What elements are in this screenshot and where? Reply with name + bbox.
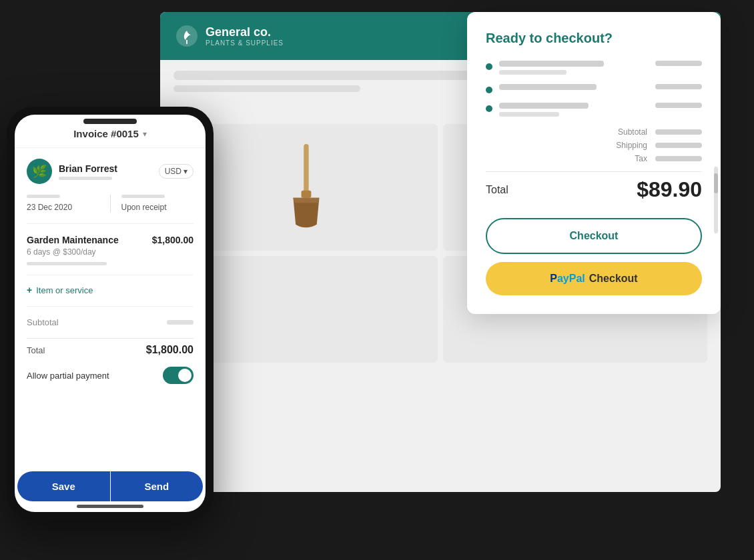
invoice-totals: Subtotal [27,317,194,327]
receipt-value: Upon receipt [121,203,167,212]
invoice-body: 🌿 Brian Forrest USD ▾ 23 Dec 2020 [15,148,206,471]
toggle-knob [178,369,192,382]
checkout-modal: Ready to checkout? [467,12,721,314]
price-line-1 [655,61,702,66]
subtotal-label: Subtotal [618,127,647,137]
desktop-subline [173,85,360,92]
line-item-price: $1,800.00 [152,235,194,245]
company-info: General co. PLANTS & SUPPLIES [206,25,284,47]
client-row: 🌿 Brian Forrest USD ▾ [27,159,194,184]
invoice-total-amount: $1,800.00 [146,344,194,356]
item-dot-1 [486,63,492,70]
send-button[interactable]: Send [111,471,204,501]
item-price-2 [655,84,702,89]
company-name: General co. [206,25,284,39]
logo-icon [176,25,198,47]
price-line-3 [655,103,702,108]
checkout-subtotals: Subtotal Shipping Tax [486,127,702,163]
item-line-main-2 [499,84,597,90]
item-price-3 [655,103,702,108]
line-item-name: Garden Maintenance [27,235,119,245]
subtotal-row-mobile: Subtotal [27,317,194,327]
item-line-sub-3 [499,112,559,117]
tax-label: Tax [635,154,647,163]
item-lines-3 [499,103,649,117]
item-line-sub-1 [499,70,567,75]
item-line-main-3 [499,103,589,109]
shipping-value [655,143,702,148]
shipping-label: Shipping [616,141,647,150]
subtotal-value [655,129,702,135]
line-item-bar [27,262,107,265]
subtotal-bar-mobile [167,320,194,325]
invoice-number: Invoice #0015 [73,128,139,139]
date-bar [27,195,60,198]
tax-value [655,156,702,161]
date-row: 23 Dec 2020 Upon receipt [27,195,194,224]
item-price-1 [655,61,702,66]
checkout-total-label: Total [486,184,508,196]
invoice-total-row: Total $1,800.00 [27,338,194,356]
checkout-item-1 [486,61,702,75]
date-value: 23 Dec 2020 [27,203,72,212]
currency-chevron-icon: ▾ [183,167,187,176]
client-bar [59,177,112,180]
price-line-2 [655,84,702,89]
svg-rect-1 [304,144,308,193]
date-col: 23 Dec 2020 [27,195,99,213]
item-lines-1 [499,61,649,75]
item-dot-3 [486,105,492,112]
tax-row: Tax [635,154,702,163]
add-item-row[interactable]: + Item or service [27,285,194,307]
receipt-col: Upon receipt [121,195,194,213]
shipping-row: Shipping [616,141,702,150]
item-dot-2 [486,87,492,93]
paypal-logo: PayPal [550,273,585,285]
scrollbar-thumb [714,173,718,193]
item-line-main-1 [499,61,604,67]
invoice-total-label: Total [27,345,45,355]
modal-scrollbar[interactable] [714,167,718,233]
checkout-item-2 [486,84,702,93]
checkout-total-row: Total $89.90 [486,171,702,202]
invoice-chevron-icon: ▾ [143,129,147,139]
paypal-checkout-text: Checkout [589,273,638,285]
partial-payment-row: Allow partial payment [27,367,194,384]
currency-selector[interactable]: USD ▾ [159,164,194,179]
company-tagline: PLANTS & SUPPLIES [206,39,284,47]
desktop-search-bar [173,71,494,80]
partial-payment-toggle[interactable] [163,367,194,384]
checkout-button[interactable]: Checkout [486,218,702,254]
checkout-item-3 [486,103,702,117]
item-lines-2 [499,84,649,93]
svg-rect-2 [302,191,312,198]
mobile-phone: Invoice #0015 ▾ 🌿 Brian Forrest USD ▾ [7,107,214,520]
shovel-icon [279,144,332,231]
line-item-top: Garden Maintenance $1,800.00 [27,235,194,245]
phone-home-indicator [77,505,143,508]
line-item-1: Garden Maintenance $1,800.00 6 days @ $3… [27,235,194,275]
subtotal-label-mobile: Subtotal [27,317,59,327]
add-item-icon: + [27,285,32,295]
client-name: Brian Forrest [59,163,117,174]
subtotal-row: Subtotal [618,127,702,137]
save-button[interactable]: Save [17,471,110,501]
phone-notch [83,119,137,124]
add-item-label: Item or service [36,285,93,295]
line-item-desc: 6 days @ $300/day [27,247,194,257]
date-divider [110,195,111,213]
paypal-button[interactable]: PayPal Checkout [486,262,702,295]
avatar: 🌿 [27,159,52,184]
client-details: Brian Forrest [59,163,117,180]
phone-screen: Invoice #0015 ▾ 🌿 Brian Forrest USD ▾ [15,115,206,512]
partial-payment-label: Allow partial payment [27,371,109,381]
currency-code: USD [165,167,181,176]
checkout-total-amount: $89.90 [637,177,702,202]
receipt-bar [121,195,165,198]
checkout-modal-title: Ready to checkout? [486,31,702,46]
client-info: 🌿 Brian Forrest [27,159,117,184]
checkout-items-list [486,61,702,117]
avatar-icon: 🌿 [32,164,47,179]
